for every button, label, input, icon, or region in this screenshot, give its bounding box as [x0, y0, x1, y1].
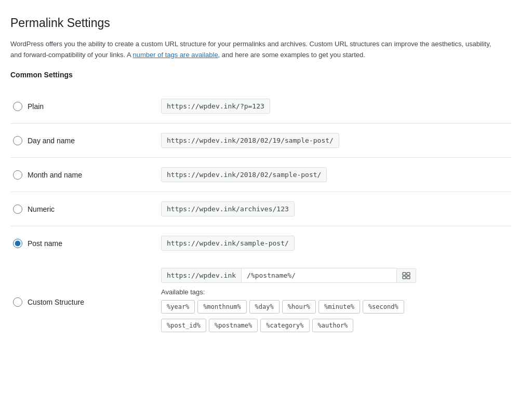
label-plain[interactable]: Plain — [13, 102, 151, 111]
tag-btn-day[interactable]: %day% — [249, 300, 280, 314]
available-tags-grid: %year%%monthnum%%day%%hour%%minute%%seco… — [161, 300, 506, 335]
label-text-numeric: Numeric — [28, 205, 55, 213]
url-display-numeric: https://wpdev.ink/archives/123 — [161, 201, 295, 216]
url-display-day_and_name: https://wpdev.ink/2018/02/19/sample-post… — [161, 133, 339, 148]
tag-btn-second[interactable]: %second% — [363, 300, 404, 314]
tag-btn-category[interactable]: %category% — [260, 319, 309, 332]
row-post_name: Post name https://wpdev.ink/sample-post/ — [10, 226, 511, 261]
label-post_name[interactable]: Post name — [13, 239, 151, 248]
common-settings-heading: Common Settings — [10, 71, 511, 79]
label-text-day_and_name: Day and name — [28, 137, 75, 145]
custom-structure-cell: https://wpdev.ink Available tags: — [156, 260, 511, 344]
url-display-post_name: https://wpdev.ink/sample-post/ — [161, 236, 295, 251]
radio-post_name[interactable] — [13, 239, 22, 248]
tags-row-2: %post_id%%postname%%category%%author% — [161, 319, 353, 332]
tags-row-1: %year%%monthnum%%day%%hour%%minute%%seco… — [161, 300, 404, 314]
label-text-month_and_name: Month and name — [28, 171, 82, 179]
svg-rect-2 — [403, 276, 406, 279]
radio-numeric[interactable] — [13, 205, 22, 214]
custom-structure-radio[interactable] — [13, 297, 22, 307]
row-day_and_name: Day and name https://wpdev.ink/2018/02/1… — [10, 124, 511, 158]
tag-btn-post_id[interactable]: %post_id% — [161, 319, 206, 332]
radio-day_and_name[interactable] — [13, 136, 22, 145]
available-tags-label: Available tags: — [161, 288, 506, 296]
tag-btn-postname[interactable]: %postname% — [209, 319, 258, 332]
page-title: Permalink Settings — [10, 16, 511, 31]
label-day_and_name[interactable]: Day and name — [13, 136, 151, 145]
label-numeric[interactable]: Numeric — [13, 205, 151, 214]
svg-rect-3 — [407, 276, 410, 279]
svg-rect-0 — [403, 273, 406, 275]
permalink-settings-table: Plain https://wpdev.ink/?p=123 Day and n… — [10, 89, 511, 344]
tags-available-link[interactable]: number of tags are available — [133, 51, 218, 59]
svg-rect-1 — [407, 273, 410, 275]
custom-structure-label-text: Custom Structure — [28, 298, 84, 306]
custom-structure-row: Custom Structure https://wpdev.ink — [10, 260, 511, 344]
url-display-month_and_name: https://wpdev.ink/2018/02/sample-post/ — [161, 167, 327, 182]
tags-icon — [402, 272, 410, 279]
custom-structure-input[interactable] — [241, 268, 397, 283]
tags-toggle-button[interactable] — [397, 268, 416, 283]
description-text-2: , and here are some examples to get you … — [218, 51, 365, 59]
page-description: WordPress offers you the ability to crea… — [10, 39, 504, 61]
label-text-plain: Plain — [28, 102, 44, 111]
url-display-plain: https://wpdev.ink/?p=123 — [161, 99, 270, 114]
label-month_and_name[interactable]: Month and name — [13, 170, 151, 180]
tag-btn-minute[interactable]: %minute% — [318, 300, 360, 314]
tag-btn-year[interactable]: %year% — [161, 300, 195, 314]
custom-structure-label[interactable]: Custom Structure — [13, 297, 151, 307]
row-numeric: Numeric https://wpdev.ink/archives/123 — [10, 192, 511, 226]
row-plain: Plain https://wpdev.ink/?p=123 — [10, 89, 511, 124]
custom-structure-inputs: https://wpdev.ink — [161, 268, 506, 283]
tag-btn-author[interactable]: %author% — [312, 319, 354, 332]
radio-month_and_name[interactable] — [13, 170, 22, 180]
label-text-post_name: Post name — [28, 239, 62, 248]
tag-btn-monthnum[interactable]: %monthnum% — [197, 300, 246, 314]
radio-plain[interactable] — [13, 102, 22, 111]
tag-btn-hour[interactable]: %hour% — [282, 300, 316, 314]
row-month_and_name: Month and name https://wpdev.ink/2018/02… — [10, 158, 511, 192]
custom-base-url: https://wpdev.ink — [161, 268, 241, 283]
